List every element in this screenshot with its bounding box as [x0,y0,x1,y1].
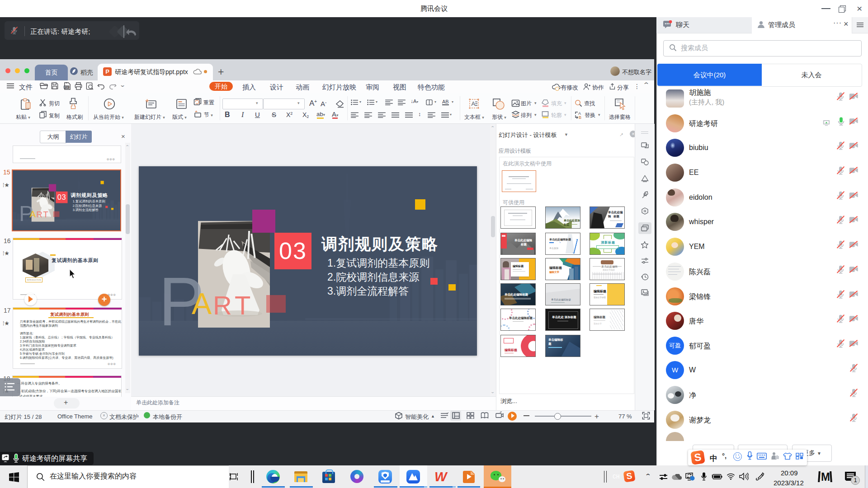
svg-text:B: B [579,115,581,119]
svg-text:A: A [472,100,476,107]
